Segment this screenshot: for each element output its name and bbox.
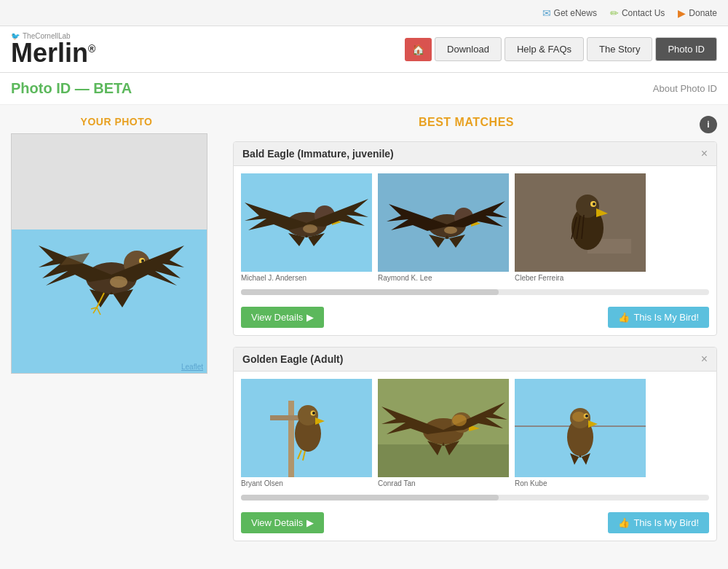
contact-us-link[interactable]: ✏ Contact Us (610, 7, 665, 19)
get-enews-link[interactable]: ✉ Get eNews (542, 7, 597, 19)
eagle-illustration (31, 205, 191, 337)
app-logo: Merlin® (11, 40, 95, 66)
golden-eagle-photo-2: Conrad Tan (378, 379, 509, 487)
contact-us-label: Contact Us (622, 8, 665, 18)
svg-point-33 (576, 195, 599, 218)
svg-point-66 (585, 415, 588, 417)
leaflet-link[interactable]: Leaflet (181, 363, 203, 371)
download-button[interactable]: Download (435, 37, 502, 61)
pencil-icon: ✏ (610, 7, 619, 19)
match-photos-bald-eagle: Michael J. Andersen (234, 166, 716, 289)
match-card-header-golden-eagle: Golden Eagle (Adult) × (234, 348, 716, 372)
svg-point-21 (303, 224, 317, 233)
bald-eagle-photo-box-1 (241, 173, 372, 272)
envelope-icon: ✉ (542, 7, 551, 19)
golden-eagle-credit-2: Conrad Tan (378, 479, 509, 487)
donate-label: Donate (689, 8, 717, 18)
svg-marker-8 (90, 289, 133, 307)
this-is-my-bird-bald-eagle-button[interactable]: 👍 This Is My Bird! (608, 307, 709, 328)
close-golden-eagle-button[interactable]: × (701, 353, 708, 365)
bald-eagle-credit-3: Cleber Ferreira (515, 274, 646, 282)
uploaded-photo-container: Leaflet (11, 133, 207, 374)
golden-eagle-credit-1: Bryant Olsen (241, 479, 372, 487)
help-faqs-button[interactable]: Help & FAQs (505, 37, 584, 61)
svg-point-58 (452, 415, 467, 426)
golden-eagle-photo-box-1 (241, 379, 372, 477)
site-header: 🐦 TheCornellLab Merlin® 🏠 Download Help … (0, 26, 728, 73)
svg-point-29 (444, 227, 457, 234)
logo-area: 🐦 TheCornellLab Merlin® (11, 32, 95, 66)
match-scrollbar-thumb-golden-eagle (241, 495, 499, 501)
match-photos-golden-eagle: Bryant Olsen (234, 372, 716, 495)
svg-point-13 (110, 276, 127, 288)
match-card-title-bald-eagle: Bald Eagle (Immature, juvenile) (242, 148, 394, 160)
svg-rect-41 (288, 401, 294, 477)
match-scrollbar-thumb-bald-eagle (241, 289, 499, 295)
match-card-title-golden-eagle: Golden Eagle (Adult) (242, 353, 343, 365)
bald-eagle-credit-2: Raymond K. Lee (378, 274, 509, 282)
match-scrollbar-golden-eagle[interactable] (241, 495, 709, 501)
golden-eagle-photo-box-3 (515, 379, 646, 477)
svg-point-44 (298, 405, 318, 425)
match-card-bald-eagle: Bald Eagle (Immature, juvenile) × (233, 141, 717, 336)
thumbsup-icon: 👍 (618, 312, 630, 323)
home-button[interactable]: 🏠 (405, 38, 432, 61)
golden-eagle-photo-1: Bryant Olsen (241, 379, 372, 487)
the-story-button[interactable]: The Story (587, 37, 652, 61)
donate-icon: ▶ (678, 7, 686, 19)
svg-point-47 (312, 412, 315, 415)
left-panel: YOUR PHOTO (11, 116, 222, 568)
match-card-header-bald-eagle: Bald Eagle (Immature, juvenile) × (234, 142, 716, 166)
top-utility-bar: ✉ Get eNews ✏ Contact Us ▶ Donate (0, 0, 728, 26)
golden-eagle-credit-3: Ron Kube (515, 479, 646, 487)
view-details-bald-eagle-button[interactable]: View Details ▶ (241, 307, 324, 328)
page-title-bar: Photo ID — BETA About Photo ID (0, 73, 728, 105)
golden-eagle-photo-box-2 (378, 379, 509, 477)
best-matches-label: BEST MATCHES (233, 116, 700, 129)
bald-eagle-photo-box-3 (515, 173, 646, 272)
bald-eagle-photo-2: Raymond K. Lee (378, 173, 509, 282)
match-card-golden-eagle: Golden Eagle (Adult) × (233, 347, 717, 541)
photo-id-button[interactable]: Photo ID (655, 37, 717, 61)
svg-point-36 (593, 203, 596, 205)
bald-eagle-photo-box-2 (378, 173, 509, 272)
match-card-footer-bald-eagle: View Details ▶ 👍 This Is My Bird! (234, 301, 716, 335)
svg-line-11 (97, 307, 100, 315)
your-photo-label: YOUR PHOTO (11, 116, 222, 127)
main-content: YOUR PHOTO (0, 105, 728, 569)
bald-eagle-photo-3: Cleber Ferreira (515, 173, 646, 282)
main-nav: 🏠 Download Help & FAQs The Story Photo I… (405, 37, 717, 61)
svg-rect-51 (378, 444, 509, 477)
svg-point-67 (572, 412, 585, 422)
page-title: Photo ID — BETA (11, 80, 132, 97)
about-photo-id-link[interactable]: About Photo ID (653, 83, 717, 94)
arrow-icon: ▶ (306, 312, 314, 323)
match-scrollbar-bald-eagle[interactable] (241, 289, 709, 295)
match-card-footer-golden-eagle: View Details ▶ 👍 This Is My Bird! (234, 506, 716, 541)
thumbsup-icon-2: 👍 (618, 517, 630, 528)
bald-eagle-photo-1: Michael J. Andersen (241, 173, 372, 282)
view-details-golden-eagle-button[interactable]: View Details ▶ (241, 512, 324, 533)
arrow-icon-2: ▶ (306, 517, 314, 528)
get-enews-label: Get eNews (554, 8, 597, 18)
close-bald-eagle-button[interactable]: × (701, 148, 708, 160)
golden-eagle-photo-3: Ron Kube (515, 379, 646, 487)
this-is-my-bird-golden-eagle-button[interactable]: 👍 This Is My Bird! (608, 512, 709, 533)
right-panel: BEST MATCHES i Bald Eagle (Immature, juv… (233, 116, 717, 568)
bald-eagle-credit-1: Michael J. Andersen (241, 274, 372, 282)
info-icon-button[interactable]: i (700, 116, 717, 133)
donate-link[interactable]: ▶ Donate (678, 7, 717, 19)
